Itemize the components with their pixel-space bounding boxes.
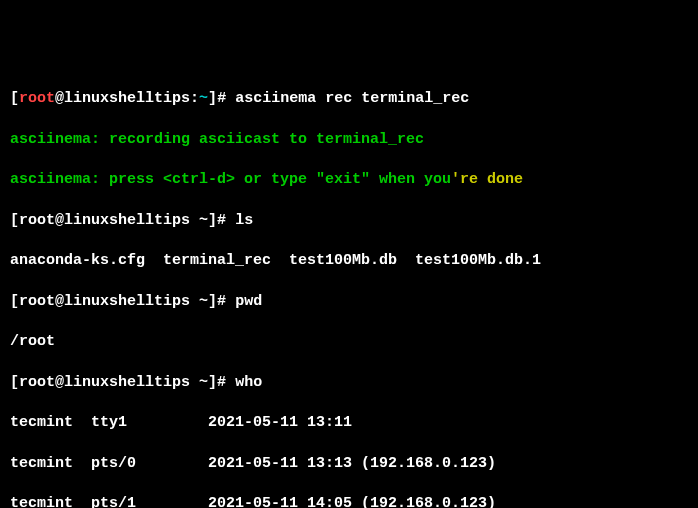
who-output: tecmint tty1 2021-05-11 13:11 [10,413,688,433]
bracket: ] [208,374,217,391]
bracket: [ [10,212,19,229]
command-input[interactable]: who [235,374,262,391]
command-input[interactable]: asciinema rec terminal_rec [235,90,469,107]
bracket: ] [208,293,217,310]
command-input[interactable]: ls [235,212,253,229]
at: @ [55,293,64,310]
command-input[interactable]: pwd [235,293,262,310]
pwd-output: /root [10,332,688,352]
hash: # [217,293,226,310]
prompt-user: root [19,212,55,229]
prompt-host: linuxshelltips [64,90,190,107]
prompt-host: linuxshelltips [64,293,190,310]
hash: # [217,90,226,107]
ls-output: anaconda-ks.cfg terminal_rec test100Mb.d… [10,251,688,271]
bracket: [ [10,90,19,107]
asciinema-msg-suffix: 're done [451,171,523,188]
prompt-user: root [19,90,55,107]
at: @ [55,374,64,391]
prompt-host: linuxshelltips [64,374,190,391]
tilde: ~ [190,212,208,229]
prompt-path: ~ [199,90,208,107]
tilde: ~ [190,374,208,391]
prompt-user: root [19,374,55,391]
bracket: ] [208,90,217,107]
at: @ [55,90,64,107]
pathsep: : [190,90,199,107]
prompt-user: root [19,293,55,310]
who-output: tecmint pts/0 2021-05-11 13:13 (192.168.… [10,454,688,474]
bracket: ] [208,212,217,229]
hash: # [217,212,226,229]
prompt-host: linuxshelltips [64,212,190,229]
hash: # [217,374,226,391]
tilde: ~ [190,293,208,310]
asciinema-msg: asciinema: press <ctrl-d> or type "exit"… [10,171,451,188]
who-output: tecmint pts/1 2021-05-11 14:05 (192.168.… [10,494,688,508]
asciinema-msg: asciinema: recording asciicast to termin… [10,130,688,150]
bracket: [ [10,293,19,310]
bracket: [ [10,374,19,391]
at: @ [55,212,64,229]
